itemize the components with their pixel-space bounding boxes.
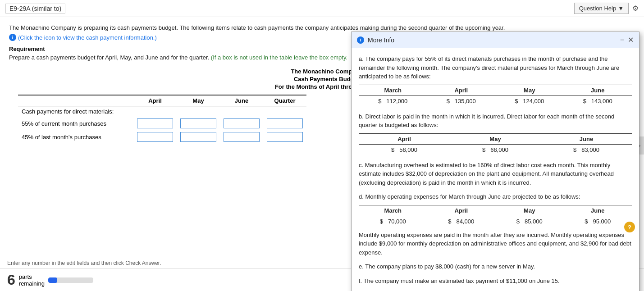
section-e: e. The company plans to pay $8,000 (cash… xyxy=(359,262,632,271)
col-may: May xyxy=(495,85,564,96)
minimize-button[interactable]: − xyxy=(620,36,624,44)
section-c-text: c. Manufacturing overhead is estimated t… xyxy=(359,161,632,187)
section-d-header: March April May June xyxy=(359,205,632,216)
section-e-text: e. The company plans to pay $8,000 (cash… xyxy=(359,262,632,271)
section-f-text: f. The company must make an estimated ta… xyxy=(359,277,632,286)
b-may-val: $ 68,000 xyxy=(450,145,541,155)
a-march-dollar: $ 112,000 xyxy=(359,96,427,107)
d-col-may: May xyxy=(495,205,564,216)
a-june-dollar: $ 143,000 xyxy=(564,96,632,107)
dialog-header-right: − ✕ xyxy=(620,36,634,44)
b-june-val: $ 83,000 xyxy=(541,145,632,155)
section-a-text: a. The company pays for 55% of its direc… xyxy=(359,55,632,81)
section-c: c. Manufacturing overhead is estimated t… xyxy=(359,161,632,187)
col-june: June xyxy=(564,85,632,96)
dialog-info-icon: i xyxy=(357,36,364,44)
section-b-values: $ 58,000 $ 68,000 $ 83,000 xyxy=(359,145,632,155)
a-april-dollar: $ 135,000 xyxy=(427,96,496,107)
section-d: d. Monthly operating expenses for March … xyxy=(359,192,632,257)
section-a: a. The company pays for 55% of its direc… xyxy=(359,55,632,107)
d-june-val: $ 95,000 xyxy=(564,216,632,227)
d-march-val: $ 70,000 xyxy=(359,216,427,227)
section-b-header: April May June xyxy=(359,133,632,145)
dialog-title: More Info xyxy=(368,36,394,44)
b-col-june: June xyxy=(541,133,632,145)
d-col-march: March xyxy=(359,205,427,216)
page: E9-29A (similar to) Question Help ▼ ⚙ Th… xyxy=(0,0,644,291)
help-button[interactable]: ? xyxy=(624,222,635,232)
section-b: b. Direct labor is paid in the month in … xyxy=(359,112,632,155)
close-button[interactable]: ✕ xyxy=(628,36,634,44)
section-a-values: $ 112,000 $ 135,000 $ 124,000 $ 143,000 xyxy=(359,96,632,107)
section-d-values: $ 70,000 $ 84,000 $ 85,000 $ 95,000 xyxy=(359,216,632,227)
a-may-dollar: $ 124,000 xyxy=(495,96,564,107)
section-b-table: April May June $ 58,000 $ 68,000 $ 83,00… xyxy=(359,133,632,155)
more-info-dialog: i More Info − ✕ a. The company pays for … xyxy=(351,32,639,291)
section-d-text: d. Monthly operating expenses for March … xyxy=(359,192,632,201)
section-d-note: Monthly operating expenses are paid in t… xyxy=(359,231,632,257)
b-col-may: May xyxy=(450,133,541,145)
section-f: f. The company must make an estimated ta… xyxy=(359,277,632,286)
dialog-body: a. The company pays for 55% of its direc… xyxy=(352,48,639,291)
col-march: March xyxy=(359,85,427,96)
d-col-april: April xyxy=(427,205,496,216)
section-a-table: March April May June $ 112,000 $ 135,000… xyxy=(359,85,632,107)
d-april-val: $ 84,000 xyxy=(427,216,496,227)
section-b-text: b. Direct labor is paid in the month in … xyxy=(359,112,632,130)
b-col-april: April xyxy=(359,133,450,145)
d-may-val: $ 85,000 xyxy=(495,216,564,227)
d-col-june: June xyxy=(564,205,632,216)
section-a-header: March April May June xyxy=(359,85,632,96)
col-april: April xyxy=(427,85,496,96)
section-d-table: March April May June $ 70,000 $ 84,000 $… xyxy=(359,205,632,227)
dialog-overlay: i More Info − ✕ a. The company pays for … xyxy=(0,0,644,291)
b-april-val: $ 58,000 xyxy=(359,145,450,155)
dialog-header: i More Info − ✕ xyxy=(352,32,639,48)
dialog-header-left: i More Info xyxy=(357,36,394,44)
